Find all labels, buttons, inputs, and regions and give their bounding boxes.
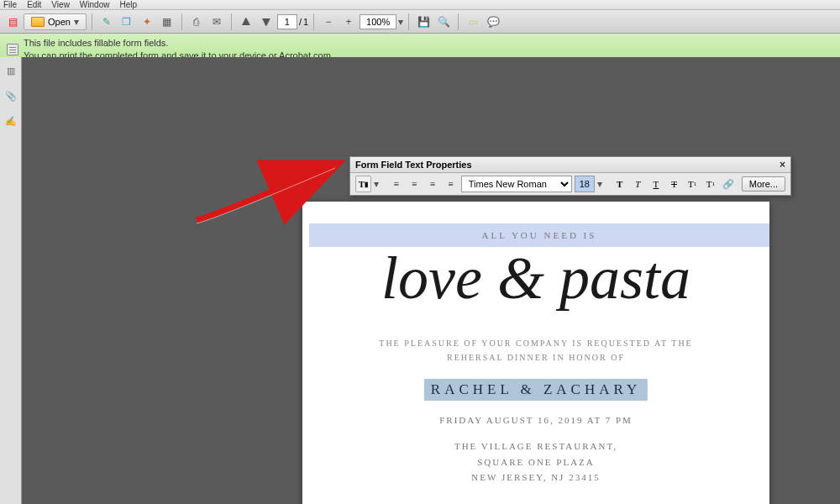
subscript-icon[interactable]: T1 [703,176,719,192]
address-line-2: SQUARE ONE PLAZA [302,454,769,470]
secure-icon[interactable]: ▦ [158,13,176,31]
open-label: Open [48,17,71,27]
combine-icon[interactable]: ❐ [118,13,136,31]
next-page-icon[interactable]: ⯆ [257,13,276,31]
prev-page-icon[interactable]: ⯅ [237,13,255,31]
email-icon[interactable]: ✉ [207,13,226,31]
menu-view[interactable]: View [51,0,70,9]
close-icon[interactable]: × [780,159,785,171]
font-size-input[interactable] [575,176,595,192]
workspace: ▥ 📎 ✍ ALL YOU NEED IS love & pasta THE P… [0,57,840,504]
invitation-datetime: FRIDAY AUGUST 16, 2019 AT 7 PM [302,415,769,425]
pleasure-line-1: THE PLEASURE OF YOUR COMPANY IS REQUESTE… [302,336,769,350]
dropdown-icon: ▾ [74,16,79,28]
pdf-icon[interactable]: ▤ [3,13,22,31]
align-left-icon[interactable]: ≡ [388,176,404,192]
superscript-icon[interactable]: T1 [685,176,701,192]
italic-icon[interactable]: T [630,176,646,192]
address-line-1: THE VILLAGE RESTAURANT, [302,438,769,454]
signatures-icon[interactable]: ✍ [4,114,18,128]
invitation-script-title: love & pasta [302,244,769,313]
highlight-icon[interactable]: ▭ [464,13,482,31]
print-icon[interactable]: ⎙ [187,13,206,31]
align-justify-icon[interactable]: ≡ [443,176,459,192]
more-button[interactable]: More... [742,176,785,192]
page-number-input[interactable] [277,14,297,29]
main-toolbar: ▤ Open ▾ ✎ ❐ ✦ ▦ ⎙ ✉ ⯅ ⯆ / 1 − + ▾ 💾 🔍 ▭… [0,10,840,34]
align-right-icon[interactable]: ≡ [424,176,440,192]
folder-icon [31,17,45,27]
pdf-page: ALL YOU NEED IS love & pasta THE PLEASUR… [302,202,769,504]
save-icon[interactable]: 💾 [414,13,433,31]
comment-icon[interactable]: 💬 [484,13,502,31]
underline-icon[interactable]: T [648,176,664,192]
attachments-icon[interactable]: 📎 [4,89,18,102]
menu-help[interactable]: Help [119,0,137,9]
zoom-in-icon[interactable]: + [339,13,358,31]
bold-icon[interactable]: T [612,176,627,192]
zoom-out-icon[interactable]: − [319,13,338,31]
menu-file[interactable]: File [3,0,17,9]
open-button[interactable]: Open ▾ [24,13,87,30]
create-pdf-icon[interactable]: ✎ [97,13,116,31]
search-icon[interactable]: 🔍 [434,13,453,31]
pleasure-line-2: REHERSAL DINNER IN HONOR OF [302,350,769,365]
menu-bar: File Edit View Window Help [0,0,840,10]
form-icon [7,44,18,55]
page-separator: / [299,17,302,27]
invitation-names-field[interactable]: RACHEL & ZACHARY [424,379,648,401]
font-family-select[interactable]: Times New Roman [461,176,572,192]
link-icon[interactable]: 🔗 [721,176,737,192]
props-panel-title: Form Field Text Properties [355,160,472,170]
chevron-down-icon[interactable]: ▾ [374,178,379,190]
document-canvas[interactable]: ALL YOU NEED IS love & pasta THE PLEASUR… [22,57,840,504]
invitation-pleasure-text: THE PLEASURE OF YOUR COMPANY IS REQUESTE… [302,336,769,365]
form-field-text-properties-panel: Form Field Text Properties × T▮ ▾ ≡ ≡ ≡ … [349,156,791,196]
size-dropdown-icon[interactable]: ▾ [597,178,602,190]
invitation-address: THE VILLAGE RESTAURANT, SQUARE ONE PLAZA… [302,438,769,486]
zoom-input[interactable] [360,14,396,29]
address-line-3: NEW JERSEY, NJ 23415 [302,470,769,486]
pages-panel-icon[interactable]: ▥ [4,64,18,77]
page-total: 1 [303,17,308,27]
strikethrough-icon[interactable]: T [666,176,682,192]
menu-edit[interactable]: Edit [27,0,41,9]
menu-window[interactable]: Window [80,0,110,9]
zoom-dropdown-icon[interactable]: ▾ [398,16,403,28]
text-color-icon[interactable]: T▮ [355,176,371,192]
align-center-icon[interactable]: ≡ [407,176,423,192]
collaborate-icon[interactable]: ✦ [138,13,156,31]
nav-sidebar: ▥ 📎 ✍ [0,57,22,504]
notice-line-1: This file includes fillable form fields. [24,37,333,50]
